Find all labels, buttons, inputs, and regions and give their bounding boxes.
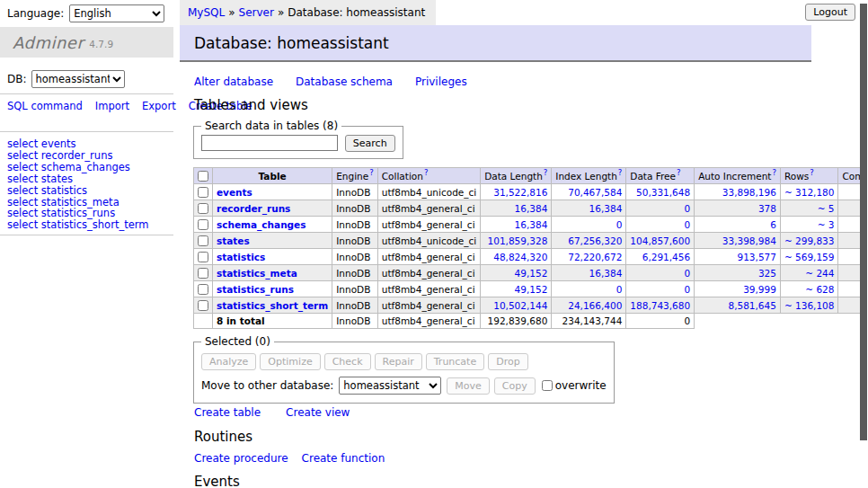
table-name-link[interactable]: statistics_short_term bbox=[41, 218, 149, 231]
data-free-link[interactable]: 0 bbox=[630, 284, 690, 295]
data-length-link[interactable]: 10,502,144 bbox=[484, 300, 547, 311]
table-name-link[interactable]: statistics_meta bbox=[41, 196, 120, 209]
data-free-link[interactable]: 0 bbox=[630, 268, 690, 279]
table-name-link[interactable]: recorder_runs bbox=[41, 149, 113, 162]
check-button[interactable]: Check bbox=[324, 353, 371, 370]
db-select[interactable]: homeassistant bbox=[31, 70, 125, 88]
optimize-button[interactable]: Optimize bbox=[260, 353, 320, 370]
auto-increment-link[interactable]: 33,398,984 bbox=[698, 235, 776, 246]
analyze-button[interactable]: Analyze bbox=[201, 353, 256, 370]
rows-link[interactable]: ~ 312,180 bbox=[784, 187, 835, 198]
alter-database-link[interactable]: Alter database bbox=[194, 75, 273, 88]
auto-increment-link[interactable]: 6 bbox=[698, 219, 776, 230]
help-link[interactable]: ? bbox=[369, 168, 374, 177]
select-all-checkbox[interactable] bbox=[198, 171, 208, 182]
truncate-button[interactable]: Truncate bbox=[426, 353, 484, 370]
auto-increment-link[interactable]: 39,999 bbox=[698, 284, 776, 295]
create-procedure-link[interactable]: Create procedure bbox=[194, 452, 288, 465]
move-button[interactable]: Move bbox=[447, 377, 490, 395]
index-length-link[interactable]: 16,384 bbox=[555, 268, 622, 279]
table-name-link[interactable]: statistics_runs bbox=[217, 284, 294, 295]
select-link[interactable]: select bbox=[7, 149, 38, 162]
data-length-link[interactable]: 31,522,816 bbox=[484, 187, 547, 198]
select-link[interactable]: select bbox=[7, 218, 38, 231]
privileges-link[interactable]: Privileges bbox=[415, 75, 467, 88]
index-length-link[interactable]: 67,256,320 bbox=[555, 235, 622, 246]
create-table-link[interactable]: Create table bbox=[194, 406, 261, 419]
index-length-link[interactable]: 0 bbox=[555, 284, 622, 295]
row-checkbox[interactable] bbox=[198, 284, 208, 295]
rows-link[interactable]: ~ 244 bbox=[784, 268, 835, 279]
row-checkbox[interactable] bbox=[198, 203, 208, 214]
export-link[interactable]: Export bbox=[142, 100, 176, 112]
row-checkbox[interactable] bbox=[198, 235, 208, 246]
repair-button[interactable]: Repair bbox=[375, 353, 422, 370]
table-name-link[interactable]: events bbox=[41, 138, 76, 150]
table-name-link[interactable]: states bbox=[41, 173, 73, 185]
rows-link[interactable]: ~ 136,108 bbox=[784, 300, 835, 311]
overwrite-checkbox[interactable] bbox=[542, 380, 553, 391]
table-name-link[interactable]: states bbox=[217, 235, 250, 246]
select-link[interactable]: select bbox=[7, 173, 38, 185]
index-length-link[interactable]: 24,166,400 bbox=[555, 300, 622, 311]
help-link[interactable]: ? bbox=[544, 168, 548, 177]
auto-increment-link[interactable]: 33,898,196 bbox=[698, 187, 776, 198]
help-link[interactable]: ? bbox=[677, 168, 681, 177]
auto-increment-link[interactable]: 378 bbox=[698, 203, 776, 214]
scrollbar-thumb[interactable] bbox=[860, 4, 867, 440]
data-free-link[interactable]: 6,291,456 bbox=[630, 252, 690, 262]
row-checkbox[interactable] bbox=[198, 268, 208, 279]
table-name-link[interactable]: statistics bbox=[217, 252, 265, 262]
import-link[interactable]: Import bbox=[95, 100, 129, 112]
drop-button[interactable]: Drop bbox=[488, 353, 527, 370]
data-length-link[interactable]: 16,384 bbox=[484, 219, 547, 230]
select-link[interactable]: select bbox=[7, 207, 38, 219]
database-schema-link[interactable]: Database schema bbox=[296, 75, 393, 88]
copy-button[interactable]: Copy bbox=[494, 377, 536, 395]
rows-link[interactable]: ~ 5 bbox=[784, 203, 835, 214]
help-link[interactable]: ? bbox=[618, 168, 623, 177]
rows-link[interactable]: ~ 569,159 bbox=[784, 252, 835, 262]
index-length-link[interactable]: 70,467,584 bbox=[555, 187, 622, 198]
index-length-link[interactable]: 16,384 bbox=[555, 203, 622, 214]
data-length-link[interactable]: 49,152 bbox=[484, 268, 547, 279]
create-view-link[interactable]: Create view bbox=[286, 406, 350, 419]
table-name-link[interactable]: schema_changes bbox=[217, 219, 306, 230]
index-length-link[interactable]: 72,220,672 bbox=[555, 252, 622, 262]
table-name-link[interactable]: statistics_runs bbox=[41, 207, 115, 219]
table-name-link[interactable]: statistics bbox=[41, 184, 87, 197]
search-button[interactable]: Search bbox=[345, 135, 395, 152]
move-db-select[interactable]: homeassistant bbox=[339, 377, 441, 395]
row-checkbox[interactable] bbox=[198, 219, 208, 230]
table-name-link[interactable]: recorder_runs bbox=[217, 203, 290, 214]
row-checkbox[interactable] bbox=[198, 300, 208, 311]
search-input[interactable] bbox=[201, 135, 338, 151]
table-name-link[interactable]: schema_changes bbox=[41, 161, 130, 173]
help-link[interactable]: ? bbox=[772, 168, 776, 177]
auto-increment-link[interactable]: 8,581,645 bbox=[698, 300, 776, 311]
data-free-link[interactable]: 188,743,680 bbox=[630, 300, 690, 311]
rows-link[interactable]: ~ 3 bbox=[784, 219, 835, 230]
vertical-scrollbar[interactable] bbox=[860, 0, 868, 488]
data-length-link[interactable]: 49,152 bbox=[484, 284, 547, 295]
data-free-link[interactable]: 0 bbox=[630, 203, 690, 214]
help-link[interactable]: ? bbox=[424, 168, 429, 177]
data-length-link[interactable]: 16,384 bbox=[484, 203, 547, 214]
row-checkbox[interactable] bbox=[198, 252, 208, 262]
data-free-link[interactable]: 104,857,600 bbox=[630, 235, 690, 246]
select-link[interactable]: select bbox=[7, 196, 38, 209]
rows-link[interactable]: ~ 299,833 bbox=[784, 235, 835, 246]
select-link[interactable]: select bbox=[7, 138, 38, 150]
auto-increment-link[interactable]: 325 bbox=[698, 268, 776, 279]
row-checkbox[interactable] bbox=[198, 187, 208, 198]
index-length-link[interactable]: 0 bbox=[555, 219, 622, 230]
auto-increment-link[interactable]: 913,577 bbox=[698, 252, 776, 262]
table-name-link[interactable]: events bbox=[217, 187, 252, 198]
select-link[interactable]: select bbox=[7, 161, 38, 173]
language-select[interactable]: English bbox=[69, 4, 164, 22]
data-free-link[interactable]: 50,331,648 bbox=[630, 187, 690, 198]
data-free-link[interactable]: 0 bbox=[630, 219, 690, 230]
select-link[interactable]: select bbox=[7, 184, 38, 197]
table-name-link[interactable]: statistics_short_term bbox=[217, 300, 328, 311]
rows-link[interactable]: ~ 628 bbox=[784, 284, 835, 295]
